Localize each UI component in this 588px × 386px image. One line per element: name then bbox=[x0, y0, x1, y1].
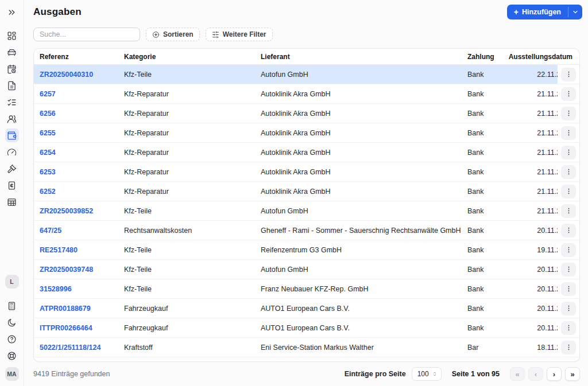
row-menu-button[interactable] bbox=[561, 146, 576, 159]
add-dropdown-toggle[interactable] bbox=[568, 5, 582, 20]
category-cell: Fahrzeugkauf bbox=[118, 324, 255, 332]
table-row[interactable]: ITTPR00266464 Fahrzeugkauf AUTO1 Europea… bbox=[34, 318, 579, 338]
support-button[interactable] bbox=[5, 349, 19, 362]
search-input[interactable] bbox=[33, 28, 140, 41]
reference-link[interactable]: ZR20250039852 bbox=[40, 207, 93, 215]
supplier-cell: Autoklinik Akra GmbH bbox=[255, 110, 462, 118]
reference-link[interactable]: 647/25 bbox=[40, 227, 61, 235]
row-menu-button[interactable] bbox=[561, 341, 576, 354]
sort-button[interactable]: Sortieren bbox=[146, 28, 200, 41]
category-cell: Kfz-Reparatur bbox=[118, 129, 255, 137]
table-row[interactable]: 6256 Kfz-Reparatur Autoklinik Akra GmbH … bbox=[34, 104, 579, 123]
column-header-lieferant[interactable]: Lieferant bbox=[255, 53, 462, 61]
reference-link[interactable]: 6255 bbox=[40, 129, 56, 137]
category-cell: Kfz-Teile bbox=[118, 246, 255, 254]
dark-mode-button[interactable] bbox=[5, 315, 19, 329]
table-row[interactable]: ATPR00188679 Fahrzeugkauf AUTO1 European… bbox=[34, 299, 579, 318]
table-row[interactable]: 6257 Kfz-Reparatur Autoklinik Akra GmbH … bbox=[34, 84, 579, 104]
table-body: ZR20250040310 Kfz-Teile Autofun GmbH Ban… bbox=[34, 65, 579, 361]
more-filters-label: Weitere Filter bbox=[223, 30, 266, 38]
sidebar: L MA bbox=[0, 0, 24, 386]
row-menu-button[interactable] bbox=[561, 302, 576, 315]
sort-button-label: Sortieren bbox=[163, 30, 194, 38]
table-row[interactable]: 6252 Kfz-Reparatur Autoklinik Akra GmbH … bbox=[34, 182, 579, 201]
reference-link[interactable]: 6252 bbox=[40, 188, 56, 196]
table-row[interactable]: 31528996 Kfz-Teile Franz Neubauer KFZ-Re… bbox=[34, 279, 579, 299]
payment-cell: Bank bbox=[462, 266, 503, 274]
kebab-menu-icon bbox=[565, 168, 572, 176]
sidebar-item-contacts[interactable] bbox=[5, 112, 19, 126]
help-button[interactable] bbox=[5, 332, 19, 346]
row-menu-button[interactable] bbox=[561, 87, 576, 101]
row-menu-button[interactable] bbox=[561, 204, 576, 218]
user-avatar[interactable]: MA bbox=[5, 367, 19, 381]
per-page-select[interactable]: 100 bbox=[412, 367, 442, 381]
table-row[interactable]: RE2517480 Kfz-Teile Reifenzentrum G3 Gmb… bbox=[34, 240, 579, 260]
sidebar-nav bbox=[5, 29, 19, 209]
calculator-button[interactable] bbox=[5, 299, 19, 313]
table-row[interactable]: 6253 Kfz-Reparatur Autoklinik Akra GmbH … bbox=[34, 162, 579, 182]
table-row[interactable]: ZR20250039852 Kfz-Teile Autofun GmbH Ban… bbox=[34, 201, 579, 221]
row-menu-button[interactable] bbox=[561, 126, 576, 140]
row-menu-button[interactable] bbox=[561, 321, 576, 335]
row-menu-button[interactable] bbox=[561, 243, 576, 257]
table-row[interactable]: ZR20250040310 Kfz-Teile Autofun GmbH Ban… bbox=[34, 65, 579, 84]
row-actions bbox=[558, 201, 579, 220]
sidebar-item-tasks[interactable] bbox=[5, 95, 19, 109]
reference-link[interactable]: ATPR00188679 bbox=[40, 305, 91, 313]
column-header-ausstellungsdatum[interactable]: Ausstellungsdatum bbox=[503, 53, 579, 61]
reference-link[interactable]: 6253 bbox=[40, 168, 56, 176]
table-row[interactable]: ZR20250039748 Kfz-Teile Autofun GmbH Ban… bbox=[34, 260, 579, 279]
sidebar-item-invoices[interactable] bbox=[5, 178, 19, 192]
sidebar-expand-button[interactable] bbox=[5, 5, 20, 20]
sidebar-item-documents[interactable] bbox=[5, 79, 19, 92]
column-header-kategorie[interactable]: Kategorie bbox=[118, 53, 255, 61]
column-header-zahlung[interactable]: Zahlung bbox=[462, 53, 503, 61]
sidebar-item-calendar[interactable] bbox=[5, 62, 19, 76]
row-menu-button[interactable] bbox=[561, 165, 576, 179]
sidebar-item-legal[interactable] bbox=[5, 162, 19, 176]
row-menu-button[interactable] bbox=[561, 282, 576, 296]
more-filters-button[interactable]: Weitere Filter bbox=[206, 28, 273, 41]
sidebar-item-gauge[interactable] bbox=[5, 145, 19, 159]
reference-link[interactable]: 31528996 bbox=[40, 285, 72, 293]
sidebar-item-dashboard[interactable] bbox=[5, 29, 19, 42]
table-row[interactable]: 6255 Kfz-Reparatur Autoklinik Akra GmbH … bbox=[34, 123, 579, 143]
topbar: Ausgaben + Hinzufügen bbox=[24, 0, 588, 24]
column-header-referenz[interactable]: Referenz bbox=[34, 53, 118, 61]
supplier-cell: Autoklinik Akra GmbH bbox=[255, 90, 462, 98]
reference-link[interactable]: 5022/1/251118/124 bbox=[40, 344, 100, 352]
table-header-row: Referenz Kategorie Lieferant Zahlung Aus… bbox=[34, 49, 579, 65]
row-menu-button[interactable] bbox=[561, 224, 576, 237]
sidebar-item-expenses[interactable] bbox=[5, 128, 19, 142]
reference-link[interactable]: 6254 bbox=[40, 149, 56, 157]
sidebar-item-vehicles[interactable] bbox=[5, 45, 19, 59]
kebab-menu-icon bbox=[565, 227, 572, 234]
reference-link[interactable]: 6256 bbox=[40, 110, 56, 118]
row-actions bbox=[558, 338, 579, 357]
table-row[interactable]: 6254 Kfz-Reparatur Autoklinik Akra GmbH … bbox=[34, 143, 579, 162]
receipt-euro-icon bbox=[7, 181, 17, 190]
row-menu-button[interactable] bbox=[561, 107, 576, 120]
reference-link[interactable]: 6257 bbox=[40, 90, 56, 98]
last-page-button[interactable]: » bbox=[565, 367, 580, 381]
file-document-icon bbox=[7, 81, 17, 91]
reference-link[interactable]: ZR20250040310 bbox=[40, 71, 93, 79]
page-status: Seite 1 von 95 bbox=[452, 370, 500, 378]
table-row[interactable]: 647/25 Rechtsanwaltskosten Gheneff - Ram… bbox=[34, 221, 579, 240]
row-menu-button[interactable] bbox=[561, 68, 576, 81]
payment-cell: Bank bbox=[462, 188, 503, 196]
reference-link[interactable]: ITTPR00266464 bbox=[40, 324, 92, 332]
add-button[interactable]: + Hinzufügen bbox=[507, 5, 582, 20]
table-row[interactable]: 5022/1/251118/124 Kraftstoff Eni Service… bbox=[34, 338, 579, 357]
workspace-badge[interactable]: L bbox=[5, 275, 19, 288]
layout-dashboard-icon bbox=[7, 31, 17, 41]
pagination: «‹›» bbox=[510, 367, 580, 381]
row-menu-button[interactable] bbox=[561, 185, 576, 198]
row-menu-button[interactable] bbox=[561, 263, 576, 276]
next-page-button[interactable]: › bbox=[547, 367, 562, 381]
reference-link[interactable]: ZR20250039748 bbox=[40, 266, 93, 274]
sidebar-item-tables[interactable] bbox=[5, 195, 19, 209]
supplier-cell: Autoklinik Akra GmbH bbox=[255, 188, 462, 196]
reference-link[interactable]: RE2517480 bbox=[40, 246, 78, 254]
